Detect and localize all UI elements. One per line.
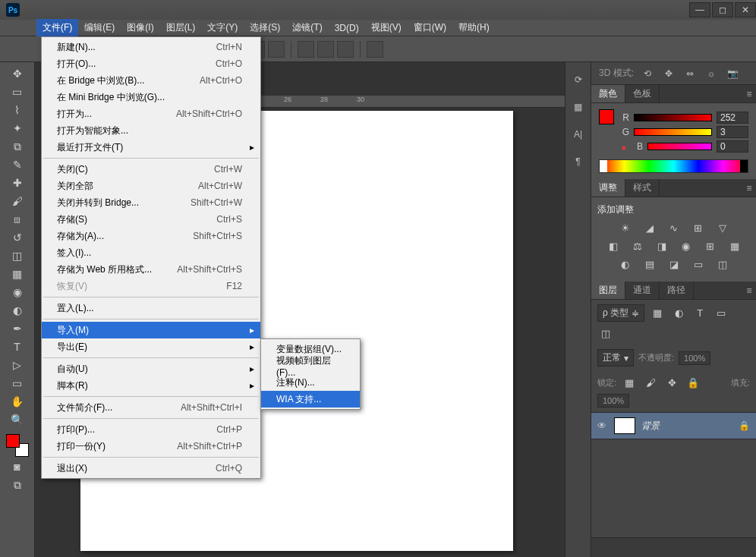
fg-swatch[interactable] [599, 109, 614, 124]
menu-edit[interactable]: 编辑(E) [78, 19, 121, 36]
blur-tool[interactable]: ◉ [8, 284, 27, 301]
menu-item[interactable]: 自动(U)▸ [42, 360, 260, 377]
heal-tool[interactable]: ✚ [8, 175, 27, 191]
menu-item[interactable]: 打开为智能对象... [42, 122, 260, 139]
menu-item[interactable]: 存储为(A)...Shift+Ctrl+S [42, 228, 260, 244]
history-brush-tool[interactable]: ↺ [8, 229, 27, 246]
menu-item[interactable]: 打印一份(Y)Alt+Shift+Ctrl+P [42, 438, 260, 455]
menu-window[interactable]: 窗口(W) [408, 19, 452, 36]
menu-item[interactable]: 签入(I)... [42, 244, 260, 261]
menu-item[interactable]: 置入(L)... [42, 300, 260, 316]
tab-styles[interactable]: 样式 [625, 179, 660, 197]
brightness-icon[interactable]: ☀ [617, 221, 634, 234]
menu-item[interactable]: 关闭(C)Ctrl+W [42, 161, 260, 178]
foreground-color-swatch[interactable] [6, 434, 20, 448]
visibility-icon[interactable]: 👁 [597, 420, 608, 431]
threshold-icon[interactable]: ◪ [666, 257, 682, 271]
menu-item[interactable]: 恢复(V)F12 [42, 278, 260, 294]
menu-help[interactable]: 帮助(H) [452, 19, 496, 36]
submenu-item[interactable]: 注释(N)... [261, 374, 360, 391]
invert-icon[interactable]: ◐ [617, 257, 634, 271]
menu-file[interactable]: 文件(F) [36, 19, 78, 36]
maximize-button[interactable]: ◻ [712, 2, 733, 17]
b-slider[interactable] [647, 143, 712, 150]
filter-pixel-icon[interactable]: ▦ [649, 307, 666, 320]
tab-channels[interactable]: 通道 [625, 282, 660, 299]
type-tool[interactable]: T [8, 338, 27, 355]
menu-item[interactable]: 导出(E)▸ [42, 338, 260, 355]
menu-item[interactable]: 打开为...Alt+Shift+Ctrl+O [42, 105, 260, 122]
move-tool[interactable]: ✥ [8, 65, 27, 82]
r-slider[interactable] [634, 114, 712, 121]
lock-pos-icon[interactable]: ✥ [663, 376, 680, 389]
filter-smart-icon[interactable]: ◫ [597, 326, 614, 340]
menu-item[interactable]: 打开(O)...Ctrl+O [42, 55, 260, 72]
menu-view[interactable]: 视图(V) [365, 19, 408, 36]
menu-layer[interactable]: 图层(L) [160, 19, 202, 36]
close-button[interactable]: ✕ [735, 2, 756, 17]
levels-icon[interactable]: ◢ [641, 221, 658, 234]
marquee-tool[interactable]: ▭ [8, 83, 27, 100]
3d-camera-icon[interactable]: 📷 [725, 67, 740, 80]
layer-row-background[interactable]: 👁 背景 🔒 [591, 412, 756, 439]
crop-tool[interactable]: ⧉ [8, 138, 27, 155]
stamp-tool[interactable]: ⧇ [8, 211, 27, 228]
3d-orbit-icon[interactable]: ⟲ [640, 67, 655, 80]
3d-pan-icon[interactable]: ✥ [661, 67, 676, 80]
photo-filter-icon[interactable]: ◉ [678, 239, 695, 253]
panel-menu-icon[interactable]: ≡ [742, 85, 756, 102]
eyedropper-tool[interactable]: ✎ [8, 156, 27, 173]
r-value[interactable] [717, 112, 748, 124]
lookup-icon[interactable]: ▦ [726, 239, 743, 253]
g-slider[interactable] [634, 128, 712, 136]
3d-slide-icon[interactable]: ⇔ [682, 67, 698, 80]
menu-type[interactable]: 文字(Y) [201, 19, 244, 36]
zoom-tool[interactable]: 🔍 [8, 411, 27, 428]
dodge-tool[interactable]: ◐ [8, 302, 27, 319]
gradient-tool[interactable]: ▦ [8, 266, 27, 282]
menu-item[interactable]: 退出(X)Ctrl+Q [42, 460, 260, 477]
screenmode-toggle[interactable]: ⧉ [8, 477, 27, 493]
submenu-item[interactable]: WIA 支持... [261, 391, 360, 408]
eraser-tool[interactable]: ◫ [8, 247, 27, 264]
submenu-item[interactable]: 视频帧到图层(F)... [261, 357, 360, 374]
opt-icon[interactable] [367, 41, 383, 58]
bw-icon[interactable]: ◨ [654, 239, 670, 253]
hue-icon[interactable]: ◧ [605, 239, 622, 253]
opt-icon[interactable] [298, 41, 314, 58]
color-swatches[interactable] [6, 434, 29, 457]
filter-adjust-icon[interactable]: ◐ [670, 307, 687, 320]
menu-item[interactable]: 存储(S)Ctrl+S [42, 211, 260, 228]
opacity-value[interactable]: 100% [679, 351, 710, 365]
chan-mixer-icon[interactable]: ⊞ [702, 239, 719, 253]
hand-tool[interactable]: ✋ [8, 393, 27, 410]
filter-shape-icon[interactable]: ▭ [713, 307, 729, 320]
vibrance-icon[interactable]: ▽ [714, 221, 731, 234]
exposure-icon[interactable]: ⊞ [690, 221, 707, 234]
properties-icon[interactable]: ▦ [571, 100, 586, 114]
menu-3d[interactable]: 3D(D) [329, 20, 365, 36]
selcol-icon[interactable]: ◫ [714, 257, 731, 271]
minimize-button[interactable]: — [689, 2, 710, 17]
history-icon[interactable]: ⟳ [571, 73, 586, 87]
shape-tool[interactable]: ▭ [8, 375, 27, 392]
tab-adjustments[interactable]: 调整 [591, 179, 625, 197]
gradmap-icon[interactable]: ▭ [690, 257, 707, 271]
tab-layers[interactable]: 图层 [591, 282, 625, 299]
opt-icon[interactable] [268, 41, 285, 58]
lasso-tool[interactable]: ⌇ [8, 102, 27, 118]
lock-trans-icon[interactable]: ▦ [621, 376, 638, 389]
menu-image[interactable]: 图像(I) [121, 19, 159, 36]
panel-menu-icon[interactable]: ≡ [742, 282, 756, 299]
blend-mode-select[interactable]: 正常 ▾ [597, 349, 634, 367]
menu-item[interactable]: 在 Mini Bridge 中浏览(G)... [42, 89, 260, 105]
tab-paths[interactable]: 路径 [660, 282, 694, 299]
brush-tool[interactable]: 🖌 [8, 193, 27, 209]
opt-icon[interactable] [337, 41, 354, 58]
menu-item[interactable]: 关闭并转到 Bridge...Shift+Ctrl+W [42, 194, 260, 211]
menu-item[interactable]: 打印(P)...Ctrl+P [42, 421, 260, 438]
tab-swatches[interactable]: 色板 [625, 85, 660, 102]
menu-filter[interactable]: 滤镜(T) [286, 19, 328, 36]
b-value[interactable] [717, 140, 748, 153]
colbal-icon[interactable]: ⚖ [629, 239, 646, 253]
